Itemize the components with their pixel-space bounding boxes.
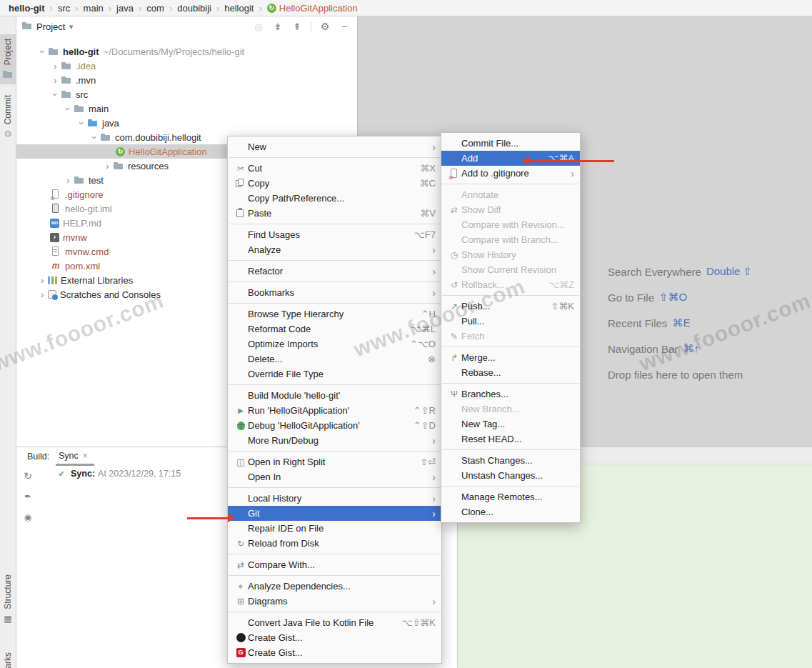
menu-item-run-hellogitapplication[interactable]: ▶Run 'HelloGitApplication'⌃⇧R	[228, 403, 441, 418]
tree-row-java[interactable]: ›java	[16, 116, 357, 130]
menu-item-add[interactable]: +Add⌥⌘A	[441, 151, 580, 166]
tree-row-src[interactable]: ›src	[16, 87, 357, 101]
menu-item-delete[interactable]: Delete...⊗	[228, 352, 441, 367]
menu-item-clone[interactable]: Clone...	[441, 504, 580, 519]
tool-tab-commit[interactable]: Commit ⊙	[0, 91, 16, 144]
menu-item-diagrams[interactable]: ⊞Diagrams›	[228, 594, 441, 609]
menu-item-label: Convert Java File to Kotlin File	[248, 617, 393, 628]
menu-item-icon-slot: ⊞	[234, 596, 248, 607]
expand-all-icon[interactable]: ⇟	[272, 21, 284, 32]
menu-item-debug-hellogitapplication[interactable]: Debug 'HelloGitApplication'⌃⇧D	[228, 418, 441, 433]
breadcrumb-item-java[interactable]: java	[116, 3, 134, 14]
menu-item-fetch[interactable]: ✎Fetch	[441, 329, 580, 344]
breadcrumb-item-hellogit[interactable]: hellogit	[224, 3, 254, 14]
menu-item-convert-java-file-to-kotlin-file[interactable]: Convert Java File to Kotlin File⌥⇧⌘K	[228, 615, 441, 630]
menu-item-label: New Branch...	[461, 404, 574, 414]
chevron-right-icon[interactable]: ›	[37, 275, 48, 286]
breadcrumb-item-doubibiji[interactable]: doubibiji	[177, 3, 211, 14]
refresh-icon[interactable]: ↻	[22, 470, 34, 482]
menu-item-create-gist[interactable]: Create Gist...	[228, 630, 441, 645]
menu-item-local-history[interactable]: Local History›	[228, 491, 441, 506]
submenu-arrow-icon: ›	[428, 435, 436, 447]
breadcrumb-item-hello-git[interactable]: hello-git	[9, 3, 45, 14]
breadcrumb-separator-icon: ›	[109, 3, 111, 14]
menu-item-compare-with[interactable]: ⇄Compare With...	[228, 557, 441, 572]
menu-item-repair-ide-on-file[interactable]: Repair IDE on File	[228, 521, 441, 536]
chevron-right-icon[interactable]: ›	[50, 75, 61, 86]
menu-item-manage-remotes[interactable]: Manage Remotes...	[441, 489, 580, 504]
eye-icon[interactable]: ◉	[22, 512, 34, 523]
chevron-right-icon[interactable]: ›	[50, 61, 61, 71]
chevron-down-icon[interactable]: ›	[37, 46, 48, 57]
chevron-right-icon[interactable]: ›	[102, 161, 113, 171]
chevron-right-icon[interactable]: ›	[63, 175, 74, 186]
menu-item-refactor[interactable]: Refactor›	[228, 264, 441, 279]
pin-icon[interactable]: ✒	[22, 491, 34, 502]
menu-item-branches[interactable]: ΨBranches...	[441, 387, 580, 402]
menu-item-find-usages[interactable]: Find Usages⌥F7	[228, 227, 441, 242]
check-icon: ✔	[56, 468, 67, 479]
breadcrumb-item-main[interactable]: main	[84, 3, 104, 14]
project-panel-title[interactable]: Project	[36, 21, 65, 32]
menu-item-new[interactable]: New›	[228, 139, 441, 154]
breadcrumb-separator-icon: ›	[216, 3, 219, 14]
tool-tab-bookmarks[interactable]: Bookmarks	[0, 648, 16, 668]
menu-item-analyze[interactable]: Analyze›	[228, 242, 441, 257]
gear-icon[interactable]: ⚙	[319, 21, 331, 32]
breadcrumb-item-src[interactable]: src	[58, 3, 70, 14]
menu-item-analyze-dependencies[interactable]: ⌖Analyze Dependencies...	[228, 579, 441, 594]
menu-item-commit-file[interactable]: Commit File...	[441, 136, 580, 151]
menu-item-compare-with-branch[interactable]: Compare with Branch...	[441, 232, 580, 247]
tool-tab-project[interactable]: Project	[0, 34, 16, 84]
menu-item-new-branch[interactable]: New Branch...	[441, 402, 580, 417]
menu-item-cut[interactable]: ✂Cut⌘X	[228, 161, 441, 176]
breadcrumb-item-hellogitapplication[interactable]: ↻HelloGitApplication	[267, 3, 358, 14]
menu-item-merge[interactable]: ↱Merge...	[441, 350, 580, 365]
tree-row-hello-git[interactable]: ›hello-git~/Documents/My/Projects/hello-…	[16, 44, 357, 59]
project-caret-slot[interactable]: ▾	[65, 21, 76, 33]
menu-item-reload-from-disk[interactable]: ↻Reload from Disk	[228, 536, 441, 551]
tool-tab-structure[interactable]: Structure ▦	[0, 570, 16, 629]
menu-item-rebase[interactable]: Rebase...	[441, 365, 580, 380]
context-menu: New›✂Cut⌘XCopy⌘CCopy Path/Reference...Pa…	[227, 136, 442, 664]
menu-item-copy-path-reference[interactable]: Copy Path/Reference...	[228, 191, 441, 206]
tree-row-label: .gitignore	[65, 189, 103, 200]
menu-item-copy[interactable]: Copy⌘C	[228, 176, 441, 191]
menu-item-compare-with-revision[interactable]: Compare with Revision...	[441, 217, 580, 232]
menu-item-stash-changes[interactable]: Stash Changes...	[441, 453, 580, 468]
minimize-icon[interactable]: −	[339, 21, 350, 32]
build-tab-sync[interactable]: Sync ×	[59, 451, 88, 461]
menu-item-open-in[interactable]: Open In›	[228, 469, 441, 484]
menu-item-more-run-debug[interactable]: More Run/Debug›	[228, 433, 441, 448]
menu-item-paste[interactable]: Paste⌘V	[228, 206, 441, 221]
hint-shortcut: Double ⇧	[706, 265, 752, 278]
tree-row-label: hello-git.iml	[65, 204, 112, 214]
menu-item-unstash-changes[interactable]: Unstash Changes...	[441, 468, 580, 483]
menu-item-open-in-right-split[interactable]: ◫Open in Right Split⇧⏎	[228, 454, 441, 469]
menu-item-show-current-revision[interactable]: Show Current Revision	[441, 262, 580, 277]
chevron-right-icon[interactable]: ›	[37, 289, 48, 300]
chevron-down-icon[interactable]: ›	[76, 118, 87, 129]
tree-row-idea[interactable]: ›.idea	[16, 59, 357, 73]
menu-item-git[interactable]: Git›	[228, 506, 441, 521]
menu-item-label: Add to .gitignore	[461, 168, 563, 179]
tree-row-main[interactable]: ›main	[16, 101, 357, 116]
breadcrumb-item-com[interactable]: com	[146, 3, 164, 14]
menu-item-annotate[interactable]: Annotate	[441, 187, 580, 202]
menu-item-show-diff[interactable]: ⇄Show Diff	[441, 202, 580, 217]
chevron-down-icon[interactable]: ›	[89, 132, 100, 143]
collapse-all-icon[interactable]: ⇞	[291, 21, 303, 32]
menu-item-new-tag[interactable]: New Tag...	[441, 417, 580, 432]
close-icon[interactable]: ×	[83, 451, 88, 461]
menu-item-build-module-hello-git[interactable]: Build Module 'hello-git'	[228, 388, 441, 403]
chevron-down-icon[interactable]: ›	[50, 89, 61, 100]
menu-item-override-file-type[interactable]: Override File Type	[228, 367, 441, 382]
tree-row-mvn[interactable]: ›.mvn	[16, 73, 357, 87]
menu-item-create-gist[interactable]: GCreate Gist...	[228, 645, 441, 660]
menu-item-add-to-gitignore[interactable]: Add to .gitignore›	[441, 166, 580, 181]
menu-item-bookmarks[interactable]: Bookmarks›	[228, 285, 441, 300]
locate-icon[interactable]: ◎	[253, 21, 264, 32]
menu-item-reset-head[interactable]: Reset HEAD...	[441, 432, 580, 447]
menu-item-show-history[interactable]: ◷Show History	[441, 247, 580, 262]
chevron-down-icon[interactable]: ›	[63, 104, 74, 114]
